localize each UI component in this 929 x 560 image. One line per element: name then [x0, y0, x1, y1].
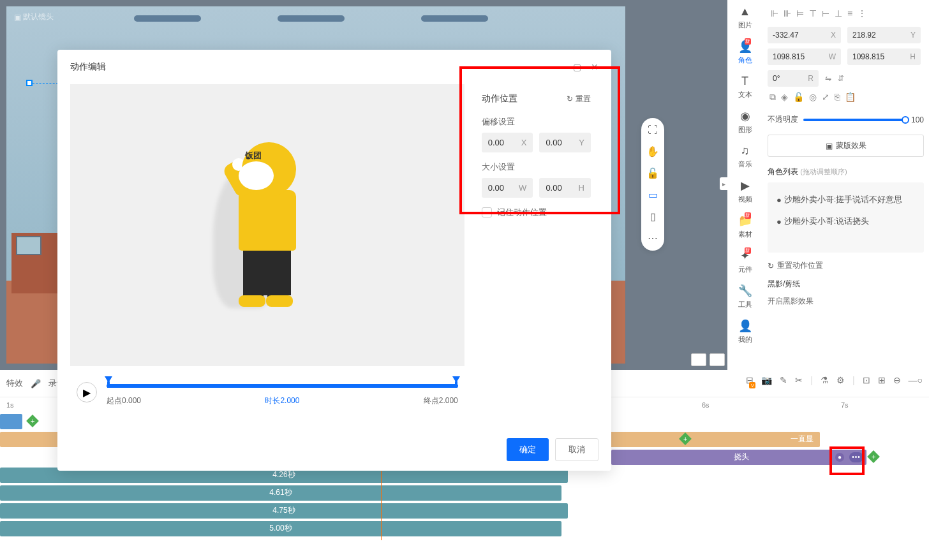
distribute-v-icon[interactable]: ⋮ [858, 8, 866, 18]
hand-icon[interactable]: ✋ [646, 145, 659, 158]
duplicate-icon[interactable]: ⎘ [835, 92, 840, 103]
tool-image[interactable]: ▲ 图片 [738, 5, 752, 30]
slider-icon[interactable]: —○ [909, 375, 923, 392]
target-icon[interactable]: ◎ [809, 92, 817, 103]
y-input[interactable]: 218.92Y [847, 27, 921, 43]
more-icon[interactable]: ⋯ [648, 232, 658, 244]
preview-canvas[interactable]: 饭团 [70, 84, 464, 366]
tool-music[interactable]: ♫ 音乐 [738, 144, 752, 169]
tool-tools[interactable]: 🔧 工具 [738, 284, 752, 309]
rotation-input[interactable]: 0°R [768, 70, 819, 87]
char-hat-text: 饭团 [245, 150, 262, 161]
tool-component[interactable]: ✦ 元件 新 [738, 249, 752, 274]
effect-label[interactable]: 特效 [6, 378, 23, 389]
plus-marker[interactable] [26, 415, 39, 427]
tool-material[interactable]: 📁 素材 新 [738, 214, 752, 239]
flip-h-icon[interactable]: ⇋ [825, 74, 831, 83]
settings-icon[interactable]: ⚙ [836, 375, 845, 392]
role-list-title: 角色列表 (拖动调整顺序) [768, 166, 924, 177]
thumb-2[interactable] [710, 353, 725, 366]
expand-icon[interactable]: ⤢ [822, 92, 829, 103]
track-teal-3[interactable]: 4.75秒 [0, 503, 568, 519]
tool-label: 音乐 [738, 159, 752, 169]
tool-character[interactable]: 👤 角色 新 [738, 40, 752, 65]
display-icon[interactable]: ▭ [648, 189, 658, 201]
x-input[interactable]: -332.47X [768, 27, 841, 43]
size-h-input[interactable]: 0.00H [539, 178, 591, 198]
track-row-7[interactable]: 5.00秒 [0, 520, 929, 537]
sidebar-expand-handle[interactable]: ▸ [720, 177, 727, 190]
track-blue-short[interactable] [0, 414, 22, 429]
align-right-icon[interactable]: ⊨ [796, 8, 804, 18]
tool-label: 我的 [738, 335, 752, 344]
reset-action-position[interactable]: ↻ 重置动作位置 [768, 260, 924, 271]
track-row-6[interactable]: 4.75秒 [0, 502, 929, 519]
tool-video[interactable]: ▶ 视频 [738, 179, 752, 204]
size-w-value: 0.00 [488, 183, 504, 193]
track-teal-4[interactable]: 5.00秒 [0, 521, 561, 536]
crop-icon[interactable]: ✂ [795, 375, 803, 392]
timeline-track[interactable]: 起点0.000 时长2.000 终点2.000 [107, 379, 458, 406]
track-more-button[interactable]: ••• [849, 452, 863, 462]
fullscreen-icon[interactable]: ⛶ [648, 124, 658, 136]
reset-button[interactable]: ↻ 重置 [567, 94, 591, 105]
rotation-value: 0° [773, 74, 780, 83]
collapse-icon[interactable]: ⊡ [863, 375, 870, 392]
h-input[interactable]: 1098.815H [847, 48, 921, 65]
thumb-1[interactable] [691, 353, 706, 366]
mobile-icon[interactable]: ▯ [650, 210, 656, 223]
zoom-out-icon[interactable]: ⊖ [893, 375, 901, 392]
filter-icon[interactable]: ⚗ [821, 375, 829, 392]
play-button[interactable]: ▶ [77, 382, 97, 402]
y-value: 218.92 [852, 31, 876, 40]
remember-position-row[interactable]: 记住动作位置 [482, 207, 591, 218]
canvas-floating-toolbar: ⛶ ✋ 🔓 ▭ ▯ ⋯ [641, 118, 664, 251]
time-6s: 6s [702, 401, 710, 409]
track-purple[interactable]: 挠头 ● ••• [611, 450, 866, 465]
flip-v-icon[interactable]: ⇵ [838, 74, 844, 83]
track-teal-2[interactable]: 4.61秒 [0, 485, 561, 501]
expand-icon[interactable]: ⊞ [878, 375, 886, 392]
tool-mine[interactable]: 👤 我的 [738, 319, 752, 344]
lock-icon[interactable]: 🔓 [646, 167, 659, 179]
confirm-button[interactable]: 确定 [507, 438, 549, 461]
opacity-slider[interactable] [803, 119, 906, 121]
plus-marker[interactable] [867, 450, 880, 463]
cancel-button[interactable]: 取消 [555, 438, 598, 461]
w-input[interactable]: 1098.815W [768, 48, 841, 65]
size-w-input[interactable]: 0.00W [482, 178, 533, 198]
remember-checkbox[interactable] [482, 207, 492, 217]
tool-label: 角色 [738, 55, 752, 65]
clipboard-icon[interactable]: 📋 [845, 92, 856, 103]
align-left-icon[interactable]: ⊩ [771, 8, 778, 18]
offset-x-input[interactable]: 0.00X [482, 133, 533, 152]
align-icon[interactable]: ⊟V [746, 375, 754, 392]
role-item-2[interactable]: ● 沙雕外卖小哥:说话挠头 [774, 210, 918, 232]
track-circle-icon[interactable]: ● [835, 453, 844, 462]
copy-icon[interactable]: ⧉ [769, 92, 776, 103]
camera-icon[interactable]: 📷 [761, 375, 772, 392]
role-item-1[interactable]: ● 沙雕外卖小哥:搓手说话不好意思 [774, 189, 918, 210]
bullet-icon: ● [777, 217, 782, 226]
tool-text[interactable]: T 文本 [738, 75, 752, 99]
track-purple-label: 挠头 [734, 452, 749, 462]
align-middle-icon[interactable]: ⊢ [822, 8, 829, 18]
maximize-icon[interactable]: ▢ [573, 62, 581, 72]
tool-shape[interactable]: ◉ 图形 [738, 109, 752, 135]
edit-icon[interactable]: ✎ [780, 375, 787, 392]
align-center-h-icon[interactable]: ⊪ [784, 8, 791, 18]
text-icon: T [741, 75, 748, 88]
track-row-5[interactable]: 4.61秒 [0, 484, 929, 501]
align-bottom-icon[interactable]: ⊥ [835, 8, 842, 18]
offset-y-input[interactable]: 0.00Y [539, 133, 591, 152]
layers-icon[interactable]: ◈ [781, 92, 788, 103]
selection-handle[interactable] [26, 80, 33, 86]
align-top-icon[interactable]: ⊤ [809, 8, 817, 18]
track-orange-label: 一直显 [791, 434, 814, 445]
mask-effect-button[interactable]: ▣ 蒙版效果 [768, 135, 924, 157]
distribute-h-icon[interactable]: ≡ [847, 8, 852, 18]
close-icon[interactable]: ✕ [591, 62, 598, 72]
unlock-icon[interactable]: 🔓 [793, 92, 804, 103]
image-icon: ▲ [739, 5, 751, 18]
opacity-thumb[interactable] [902, 116, 909, 124]
